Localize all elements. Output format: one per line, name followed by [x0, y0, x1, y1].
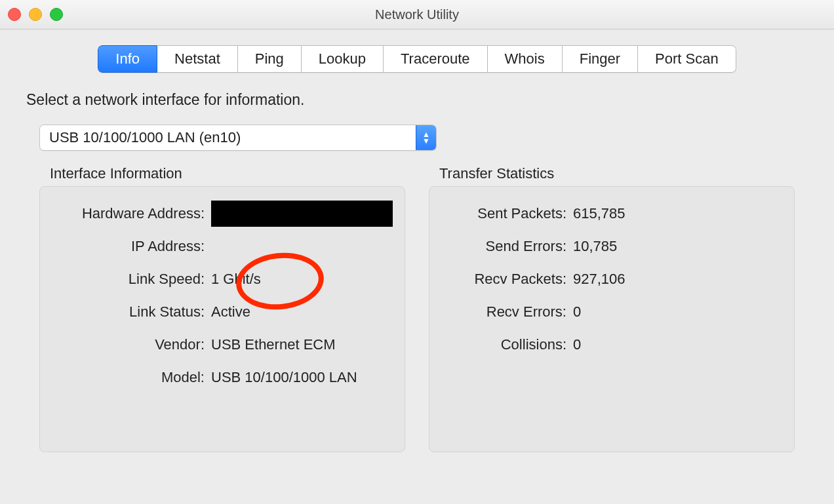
- instruction-text: Select a network interface for informati…: [0, 91, 834, 125]
- minimize-window-button[interactable]: [29, 8, 42, 21]
- tab-traceroute[interactable]: Traceroute: [384, 45, 488, 73]
- value-vendor: USB Ethernet ECM: [211, 336, 395, 353]
- row-hardware-address: Hardware Address:: [49, 197, 395, 230]
- tab-whois[interactable]: Whois: [488, 45, 563, 73]
- row-send-errors: Send Errors: 10,785: [439, 230, 785, 263]
- row-recv-packets: Recv Packets: 927,106: [439, 263, 785, 296]
- close-window-button[interactable]: [8, 8, 21, 21]
- row-ip-address: IP Address:: [49, 230, 395, 263]
- tab-info[interactable]: Info: [98, 45, 157, 73]
- value-recv-packets: 927,106: [573, 271, 785, 288]
- label-link-speed: Link Speed:: [49, 271, 211, 288]
- label-model: Model:: [49, 369, 211, 386]
- value-hardware-address: [211, 201, 393, 227]
- label-link-status: Link Status:: [49, 303, 211, 320]
- interface-select[interactable]: USB 10/100/1000 LAN (en10) ▲▼: [39, 125, 437, 151]
- row-link-speed: Link Speed: 1 Gbit/s: [49, 263, 395, 296]
- tab-ping[interactable]: Ping: [238, 45, 302, 73]
- row-sent-packets: Sent Packets: 615,785: [439, 197, 785, 230]
- value-link-speed: 1 Gbit/s: [211, 271, 395, 288]
- value-collisions: 0: [573, 336, 785, 353]
- row-vendor: Vendor: USB Ethernet ECM: [49, 328, 395, 361]
- label-recv-packets: Recv Packets:: [439, 271, 573, 288]
- row-model: Model: USB 10/100/1000 LAN: [49, 361, 395, 394]
- tab-netstat[interactable]: Netstat: [157, 45, 238, 73]
- label-hardware-address: Hardware Address:: [49, 205, 211, 222]
- interface-select-value: USB 10/100/1000 LAN (en10): [40, 129, 416, 146]
- zoom-window-button[interactable]: [50, 8, 63, 21]
- titlebar: Network Utility: [0, 0, 834, 29]
- label-vendor: Vendor:: [49, 336, 211, 353]
- label-send-errors: Send Errors:: [439, 238, 573, 255]
- transfer-statistics-heading: Transfer Statistics: [429, 160, 795, 186]
- label-collisions: Collisions:: [439, 336, 573, 353]
- label-ip-address: IP Address:: [49, 238, 211, 255]
- label-recv-errors: Recv Errors:: [439, 303, 573, 320]
- window-title: Network Utility: [375, 7, 459, 22]
- window-controls: [8, 8, 63, 21]
- tab-bar: Info Netstat Ping Lookup Traceroute Whoi…: [0, 29, 834, 91]
- tab-finger[interactable]: Finger: [563, 45, 638, 73]
- transfer-statistics-group: Transfer Statistics Sent Packets: 615,78…: [429, 160, 795, 452]
- row-collisions: Collisions: 0: [439, 328, 785, 361]
- value-recv-errors: 0: [573, 303, 785, 320]
- interface-information-heading: Interface Information: [39, 160, 405, 186]
- label-sent-packets: Sent Packets:: [439, 205, 573, 222]
- tab-port-scan[interactable]: Port Scan: [638, 45, 736, 73]
- value-sent-packets: 615,785: [573, 205, 785, 222]
- select-arrows-icon: ▲▼: [416, 125, 436, 150]
- row-recv-errors: Recv Errors: 0: [439, 296, 785, 328]
- value-link-status: Active: [211, 303, 395, 320]
- tab-lookup[interactable]: Lookup: [302, 45, 384, 73]
- interface-information-group: Interface Information Hardware Address: …: [39, 160, 405, 452]
- value-model: USB 10/100/1000 LAN: [211, 369, 395, 386]
- value-send-errors: 10,785: [573, 238, 785, 255]
- row-link-status: Link Status: Active: [49, 296, 395, 328]
